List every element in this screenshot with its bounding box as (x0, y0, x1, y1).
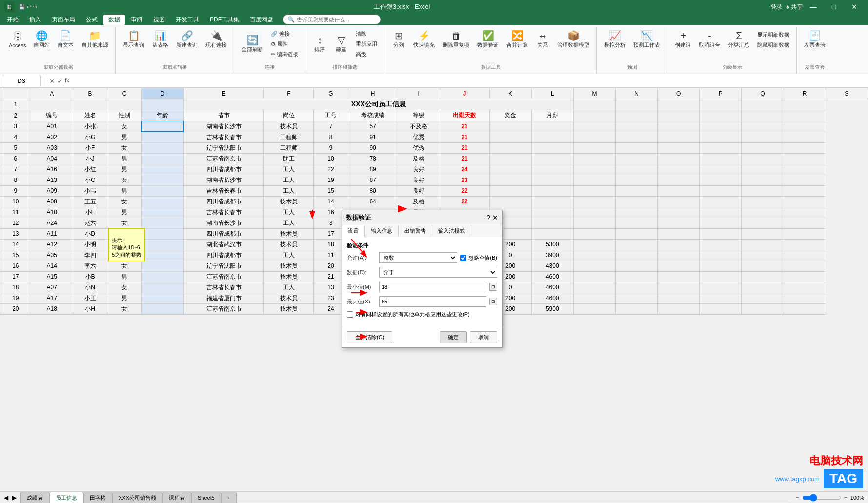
cell-D1[interactable] (141, 99, 183, 110)
cell-3-7[interactable]: 57 (348, 121, 398, 132)
menu-kaishi[interactable]: 开始 (2, 15, 23, 25)
col-header-I[interactable]: I (398, 88, 440, 99)
menu-shengyue[interactable]: 审阅 (126, 15, 147, 25)
cell-6-7[interactable]: 78 (348, 153, 398, 164)
cell-extra-14-4[interactable] (742, 239, 784, 250)
cell-7-8[interactable]: 良好 (398, 164, 440, 175)
cell-19-5[interactable]: 技术员 (264, 293, 314, 303)
cell-5-7[interactable]: 90 (348, 142, 398, 153)
col-header-O[interactable]: O (658, 88, 700, 99)
cell-6-6[interactable]: 10 (314, 153, 348, 164)
col-header-J[interactable]: J (440, 88, 489, 99)
cell-4-6[interactable]: 8 (314, 132, 348, 142)
apply-all-checkbox[interactable]: 对有同样设置的所有其他单元格应用这些更改(P) (347, 311, 497, 318)
cell-P2[interactable] (658, 110, 700, 121)
cell-extra-16-5[interactable] (784, 261, 826, 271)
cell-9-7[interactable]: 80 (348, 185, 398, 196)
tab-chengjibiao[interactable]: 成绩表 (20, 492, 49, 503)
menu-charu[interactable]: 插入 (24, 15, 46, 25)
cell-extra-10-3[interactable] (700, 196, 742, 207)
cell-4-1[interactable]: 小G (73, 132, 107, 142)
menu-shitu[interactable]: 视图 (148, 15, 170, 25)
dialog-tab-errorwarn[interactable]: 出错警告 (399, 225, 432, 237)
cell-O1[interactable] (615, 99, 657, 110)
cell-extra-3-1[interactable] (615, 121, 657, 132)
cell-extra-6-5[interactable] (784, 153, 826, 164)
cell-extra-20-0[interactable] (573, 303, 615, 314)
cell-5-2[interactable]: 女 (107, 142, 141, 153)
btn-newquery[interactable]: 🔗 新建查询 (173, 29, 201, 50)
cell-15-0[interactable]: A05 (31, 250, 73, 261)
max-ref-icon[interactable]: ⊡ (489, 298, 497, 305)
cell-4-0[interactable]: A02 (31, 132, 73, 142)
sheet-nav-right[interactable]: ▶ (10, 493, 19, 502)
cell-extra-7-0[interactable] (573, 164, 615, 175)
cell-19-3[interactable] (141, 293, 183, 303)
cell-extra-13-1[interactable] (615, 228, 657, 239)
menu-yemian[interactable]: 页面布局 (47, 15, 80, 25)
ignore-blank-check[interactable] (460, 255, 466, 261)
cell-4-3[interactable] (141, 132, 183, 142)
cell-13-5[interactable]: 技术员 (264, 228, 314, 239)
cell-extra-17-1[interactable] (615, 271, 657, 282)
cell-6-2[interactable]: 男 (107, 153, 141, 164)
cell-10-1[interactable]: 王五 (73, 196, 107, 207)
cell-O2[interactable] (615, 110, 657, 121)
cell-4-5[interactable]: 工程师 (264, 132, 314, 142)
cell-15-4[interactable]: 四川省成都市 (183, 250, 263, 261)
cell-20-3[interactable] (141, 303, 183, 314)
cell-8-9[interactable]: 23 (440, 175, 489, 185)
cell-extra-10-0[interactable] (573, 196, 615, 207)
cell-11-4[interactable]: 吉林省长春市 (183, 207, 263, 218)
cell-extra-14-0[interactable] (573, 239, 615, 250)
cell-9-8[interactable]: 良好 (398, 185, 440, 196)
cell-8-2[interactable]: 女 (107, 175, 141, 185)
dialog-allow-select[interactable]: 整数 (379, 252, 457, 263)
cell-extra-5-1[interactable] (615, 142, 657, 153)
cancel-formula-icon[interactable]: ✕ (49, 77, 55, 85)
col-header-D[interactable]: D (141, 88, 183, 99)
cell-11-0[interactable]: A10 (31, 207, 73, 218)
cell-extra-11-2[interactable] (658, 207, 700, 218)
cell-extra-15-2[interactable] (658, 250, 700, 261)
header-dengJi[interactable]: 等级 (398, 110, 440, 121)
cell-4-8[interactable]: 优秀 (398, 132, 440, 142)
cell-B1[interactable] (73, 99, 107, 110)
cell-extra-16-1[interactable] (615, 261, 657, 271)
col-header-P[interactable]: P (700, 88, 742, 99)
cell-5-5[interactable]: 工程师 (264, 142, 314, 153)
cell-extra-13-5[interactable] (784, 228, 826, 239)
cell-extra-16-4[interactable] (742, 261, 784, 271)
col-header-E[interactable]: E (183, 88, 263, 99)
cell-3-5[interactable]: 技术员 (264, 121, 314, 132)
cell-extra-8-2[interactable] (658, 175, 700, 185)
btn-merge[interactable]: 🔀 合并计算 (504, 29, 531, 50)
col-header-K[interactable]: K (489, 88, 531, 99)
cell-5-6[interactable]: 9 (314, 142, 348, 153)
col-header-L[interactable]: L (531, 88, 573, 99)
cell-extra-8-3[interactable] (700, 175, 742, 185)
cell-extra-6-3[interactable] (700, 153, 742, 164)
cell-extra-16-2[interactable] (658, 261, 700, 271)
cell-3-11[interactable] (531, 121, 573, 132)
cell-extra-6-2[interactable] (658, 153, 700, 164)
col-header-Q[interactable]: Q (742, 88, 784, 99)
cell-extra-5-5[interactable] (784, 142, 826, 153)
search-box[interactable]: 🔍 (283, 15, 381, 24)
cell-extra-10-5[interactable] (784, 196, 826, 207)
dialog-min-input[interactable] (379, 282, 486, 292)
cell-5-0[interactable]: A03 (31, 142, 73, 153)
cell-extra-13-4[interactable] (742, 228, 784, 239)
search-input[interactable] (297, 17, 376, 22)
cell-13-1[interactable]: 小D (73, 228, 107, 239)
cell-8-1[interactable]: 小C (73, 175, 107, 185)
cell-19-1[interactable]: 小王 (73, 293, 107, 303)
cell-13-4[interactable]: 四川省成都市 (183, 228, 263, 239)
cell-18-1[interactable]: 小N (73, 282, 107, 293)
cell-Q1[interactable] (700, 99, 742, 110)
menu-pdf[interactable]: PDF工具集 (205, 15, 244, 25)
cell-20-2[interactable]: 女 (107, 303, 141, 314)
cell-extra-12-5[interactable] (784, 218, 826, 228)
cell-extra-15-0[interactable] (573, 250, 615, 261)
cell-extra-17-5[interactable] (784, 271, 826, 282)
